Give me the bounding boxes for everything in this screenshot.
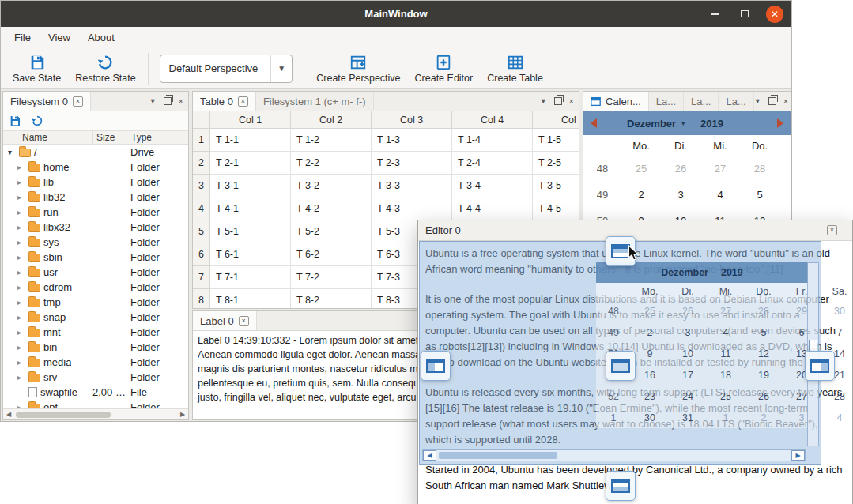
scroll-right-icon[interactable]: ▶ — [791, 450, 805, 461]
calendar-date[interactable]: 29 — [779, 156, 791, 182]
drop-indicator-left[interactable] — [421, 351, 451, 381]
table-cell[interactable]: T 3-5 — [533, 175, 579, 197]
fs-tree-row[interactable]: ▸optFolder — [3, 400, 188, 408]
tab-filesystem-1[interactable]: Filesystem 1 (c+ m- f-) — [256, 92, 374, 111]
float-icon[interactable] — [554, 97, 562, 105]
maximize-button[interactable] — [736, 6, 753, 23]
fs-tree-row[interactable]: ▸tmpFolder — [3, 295, 188, 310]
expand-arrow-icon[interactable]: ▸ — [17, 178, 25, 186]
horizontal-scrollbar[interactable]: ◀ ▶ — [3, 408, 188, 419]
table-row-header[interactable]: 6 — [193, 243, 210, 266]
fs-tree-row[interactable]: ▸libFolder — [3, 175, 188, 190]
expand-arrow-icon[interactable]: ▸ — [17, 343, 25, 352]
table-cell[interactable]: T 1-3 — [372, 129, 452, 152]
fs-tree-row[interactable]: swapfile2,00 …File — [3, 385, 188, 400]
tab-label-0[interactable]: Label 0 × — [193, 311, 257, 330]
restore-icon[interactable] — [31, 115, 43, 127]
next-month-icon[interactable] — [777, 118, 783, 128]
table-cell[interactable]: T 2-5 — [533, 152, 579, 175]
calendar-date[interactable]: 3 — [661, 182, 700, 208]
calendar-date[interactable]: 4 — [700, 182, 740, 208]
create-table-button[interactable]: Create Table — [480, 51, 550, 86]
calendar-date[interactable]: 5 — [740, 182, 779, 208]
scroll-right-icon[interactable]: ▶ — [177, 411, 188, 418]
table-cell[interactable]: T 4-4 — [452, 197, 533, 220]
create-perspective-button[interactable]: Create Perspective — [309, 51, 407, 86]
fs-tree-row[interactable]: ▾/Drive — [3, 145, 188, 160]
table-column-header[interactable]: Col 2 — [291, 111, 372, 129]
table-cell[interactable]: T 1-4 — [452, 129, 533, 152]
table-cell[interactable]: T 8-1 — [210, 289, 291, 308]
menu-file[interactable]: File — [6, 27, 40, 48]
expand-arrow-icon[interactable]: ▸ — [17, 328, 25, 337]
table-row-header[interactable]: 2 — [193, 152, 210, 175]
table-cell[interactable]: T 7-2 — [291, 266, 372, 289]
expand-arrow-icon[interactable]: ▸ — [17, 313, 25, 322]
expand-arrow-icon[interactable]: ▸ — [17, 268, 25, 276]
calendar-date[interactable]: 25 — [621, 156, 661, 182]
drop-indicator-right[interactable] — [805, 351, 835, 381]
expand-arrow-icon[interactable]: ▸ — [17, 403, 25, 408]
fs-tree-row[interactable]: ▸srvFolder — [3, 370, 188, 385]
perspective-combobox[interactable]: Default Perspective ▼ — [160, 55, 293, 83]
table-cell[interactable]: T 4-1 — [210, 197, 291, 220]
column-header-size[interactable]: Size — [92, 131, 126, 144]
fs-tree-row[interactable]: ▸mntFolder — [3, 325, 188, 340]
table-cell[interactable]: T 3-2 — [291, 175, 372, 197]
tab-close-icon[interactable]: × — [73, 96, 83, 107]
table-column-header[interactable]: Col 3 — [372, 111, 452, 129]
fs-tree-row[interactable]: ▸runFolder — [3, 205, 188, 220]
expand-arrow-icon[interactable]: ▸ — [17, 223, 25, 231]
tab-calendar[interactable]: Calen... — [583, 92, 649, 111]
float-icon[interactable] — [164, 97, 172, 105]
calendar-date[interactable]: 6 — [779, 182, 791, 208]
fs-tree-row[interactable]: ▸binFolder — [3, 340, 188, 355]
expand-arrow-icon[interactable]: ▸ — [17, 208, 25, 216]
fs-tree-row[interactable]: ▸lib32Folder — [3, 190, 188, 205]
tab-label-1[interactable]: La... — [649, 92, 684, 111]
table-cell[interactable]: T 3-4 — [452, 175, 533, 197]
calendar-date[interactable]: 28 — [740, 156, 779, 182]
table-cell[interactable]: T 2-1 — [210, 152, 291, 175]
table-cell[interactable]: T 1-5 — [533, 129, 579, 152]
scrollbar-thumb[interactable] — [439, 452, 557, 459]
year-selector[interactable]: 2019 — [700, 118, 723, 130]
tab-close-icon[interactable]: × — [239, 316, 249, 326]
fs-tree-row[interactable]: ▸snapFolder — [3, 310, 188, 325]
table-cell[interactable]: T 6-2 — [291, 243, 372, 266]
table-column-header[interactable]: Col 1 — [210, 111, 291, 129]
panel-menu-icon[interactable]: ▼ — [754, 97, 761, 105]
minimize-button[interactable] — [706, 6, 723, 23]
tab-filesystem-0[interactable]: Filesystem 0 × — [3, 92, 91, 111]
table-cell[interactable]: T 2-4 — [452, 152, 533, 175]
expand-arrow-icon[interactable]: ▸ — [17, 253, 25, 261]
table-row-header[interactable]: 1 — [193, 129, 210, 152]
previous-month-icon[interactable] — [591, 118, 597, 128]
menu-about[interactable]: About — [79, 27, 123, 48]
table-row-header[interactable]: 8 — [193, 289, 210, 308]
tab-label-3[interactable]: La... — [719, 92, 753, 111]
panel-close-icon[interactable]: × — [179, 97, 183, 106]
drop-indicator-top[interactable] — [606, 236, 636, 266]
drop-indicator-center[interactable] — [606, 351, 636, 381]
table-cell[interactable]: T 3-3 — [372, 175, 452, 197]
table-cell[interactable]: T 8-2 — [291, 289, 372, 308]
tab-close-icon[interactable]: × — [238, 96, 248, 107]
table-cell[interactable]: T 5-1 — [210, 220, 291, 243]
table-cell[interactable]: T 1-1 — [210, 129, 291, 152]
expand-arrow-icon[interactable]: ▸ — [17, 358, 25, 367]
create-editor-button[interactable]: Create Editor — [408, 51, 481, 86]
restore-state-button[interactable]: Restore State — [68, 51, 142, 86]
save-icon[interactable] — [9, 115, 21, 127]
expand-arrow-icon[interactable]: ▸ — [17, 373, 25, 382]
close-button[interactable]: ✕ — [766, 6, 783, 23]
expand-arrow-icon[interactable]: ▾ — [8, 148, 16, 156]
expand-arrow-icon[interactable]: ▸ — [17, 298, 25, 307]
table-row-header[interactable]: 3 — [193, 175, 210, 197]
tab-table-0[interactable]: Table 0 × — [193, 92, 256, 111]
horizontal-scrollbar[interactable]: ◀ ▶ — [422, 449, 806, 461]
table-cell[interactable]: T 1-2 — [291, 129, 372, 152]
month-selector[interactable]: Dezember ▼ — [627, 118, 686, 130]
table-cell[interactable]: T 2-3 — [372, 152, 452, 175]
calendar-date[interactable]: 2 — [621, 182, 661, 208]
